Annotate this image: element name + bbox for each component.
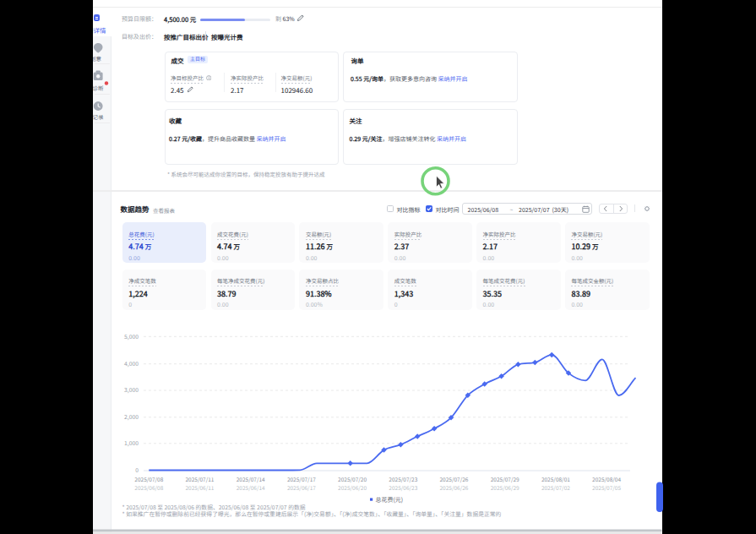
svg-text:2025/06/29: 2025/06/29 [491, 483, 519, 492]
svg-text:2025/07/14: 2025/07/14 [237, 475, 265, 483]
svg-text:2025/06/20: 2025/06/20 [338, 483, 367, 492]
svg-text:4,000: 4,000 [124, 359, 139, 368]
svg-text:3,000: 3,000 [124, 385, 139, 394]
svg-text:2025/06/17: 2025/06/17 [287, 483, 316, 492]
svg-text:2025/07/02: 2025/07/02 [541, 483, 570, 492]
svg-text:2025/07/17: 2025/07/17 [287, 475, 316, 483]
svg-text:2025/07/26: 2025/07/26 [440, 475, 469, 483]
svg-text:2025/08/01: 2025/08/01 [541, 475, 570, 483]
svg-text:2025/06/11: 2025/06/11 [186, 483, 215, 492]
svg-text:总花费(元): 总花费(元) [376, 495, 404, 504]
svg-text:2025/07/08: 2025/07/08 [134, 475, 163, 483]
svg-text:2,000: 2,000 [124, 412, 139, 421]
svg-text:2025/07/11: 2025/07/11 [186, 475, 215, 483]
svg-text:* 如果推广在暂停或删除前已经获得了曝光，那么在暂停或重建后: * 如果推广在暂停或删除前已经获得了曝光，那么在暂停或重建后展示「(净)交易额」… [122, 509, 502, 518]
svg-text:2025/06/26: 2025/06/26 [440, 483, 469, 492]
svg-text:5,000: 5,000 [124, 332, 139, 341]
svg-text:2025/08/04: 2025/08/04 [592, 475, 621, 483]
svg-text:2025/06/08: 2025/06/08 [134, 483, 163, 492]
svg-text:2025/07/23: 2025/07/23 [389, 475, 417, 483]
svg-text:0: 0 [135, 466, 139, 474]
svg-text:2025/07/05: 2025/07/05 [592, 483, 621, 492]
svg-text:2025/07/20: 2025/07/20 [338, 475, 367, 483]
svg-text:2025/07/29: 2025/07/29 [491, 475, 519, 483]
svg-text:2025/06/14: 2025/06/14 [237, 483, 265, 492]
svg-text:1,000: 1,000 [124, 439, 139, 447]
svg-text:2025/06/23: 2025/06/23 [389, 483, 417, 492]
